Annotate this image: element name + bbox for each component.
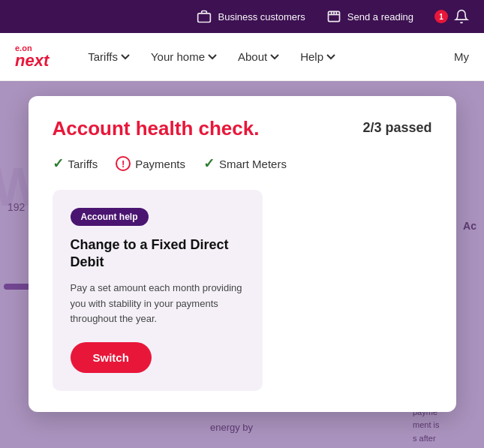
nav-bar: e.on next Tariffs Your home About Help M… [0, 33, 484, 81]
health-item-payments: ! Payments [116, 156, 185, 171]
chevron-down-icon [326, 53, 335, 62]
top-bar: Business customers Send a reading 1 [0, 0, 484, 33]
send-reading-label: Send a reading [347, 11, 413, 23]
nav-help[interactable]: Help [291, 44, 344, 69]
modal-title: Account health check. [53, 117, 260, 140]
account-help-badge: Account help [71, 208, 149, 226]
bell-icon [454, 9, 469, 24]
modal-header: Account health check. 2/3 passed [53, 117, 432, 140]
eon-next-logo[interactable]: e.on next [15, 44, 49, 69]
nav-tariffs[interactable]: Tariffs [79, 44, 139, 69]
modal-overlay: Account health check. 2/3 passed ✓ Tarif… [0, 81, 484, 448]
meter-icon [326, 9, 341, 24]
warning-icon: ! [116, 156, 131, 171]
send-reading-link[interactable]: Send a reading [326, 9, 413, 24]
page-background: We 192 G Ac energy by t paym payme ment … [0, 81, 484, 448]
chevron-down-icon [270, 53, 279, 62]
modal-score: 2/3 passed [362, 120, 431, 136]
payments-label: Payments [135, 158, 185, 170]
nav-my[interactable]: My [454, 50, 469, 63]
chevron-down-icon [121, 53, 130, 62]
account-health-modal: Account health check. 2/3 passed ✓ Tarif… [29, 96, 456, 412]
notification-badge: 1 [434, 10, 448, 23]
health-items: ✓ Tariffs ! Payments ✓ Smart Meters [53, 155, 432, 172]
next-text: next [15, 53, 49, 69]
business-customers-label: Business customers [218, 11, 305, 23]
business-customers-link[interactable]: Business customers [197, 9, 305, 24]
card-title: Change to a Fixed Direct Debit [71, 236, 245, 272]
briefcase-icon [197, 9, 212, 24]
card-description: Pay a set amount each month providing yo… [71, 281, 245, 327]
health-item-tariffs: ✓ Tariffs [53, 155, 98, 172]
chevron-down-icon [208, 53, 217, 62]
nav-about[interactable]: About [229, 44, 288, 69]
switch-button[interactable]: Switch [71, 342, 152, 373]
check-icon: ✓ [53, 155, 64, 172]
health-item-smart-meters: ✓ Smart Meters [203, 155, 287, 172]
notifications[interactable]: 1 [434, 9, 469, 24]
svg-rect-0 [198, 14, 211, 23]
nav-your-home[interactable]: Your home [142, 44, 226, 69]
account-help-card: Account help Change to a Fixed Direct De… [53, 190, 263, 391]
tariffs-label: Tariffs [68, 158, 98, 170]
smart-meters-label: Smart Meters [219, 158, 287, 170]
nav-items: Tariffs Your home About Help [79, 44, 454, 69]
check-icon: ✓ [203, 155, 215, 172]
